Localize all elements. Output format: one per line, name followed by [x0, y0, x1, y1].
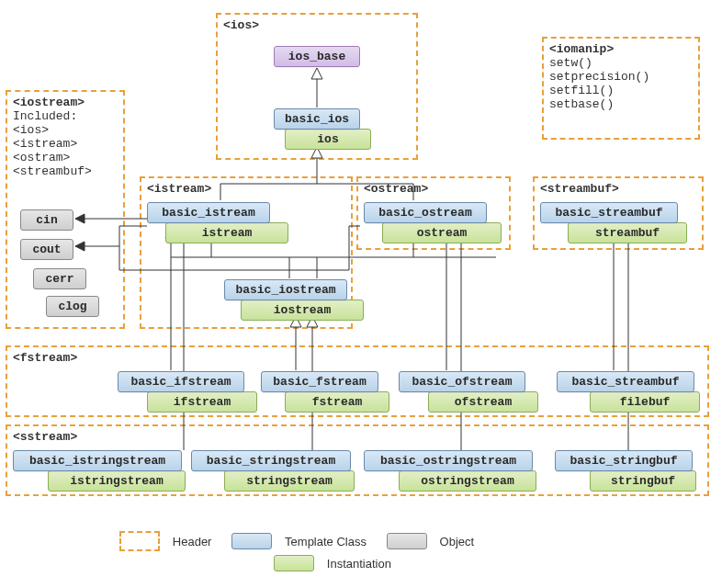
inst-ios: ios — [285, 129, 371, 150]
class-basic-istringstream: basic_istringstream — [13, 450, 182, 471]
legend-object-label: Object — [440, 535, 475, 548]
class-basic-iostream: basic_iostream — [224, 279, 347, 300]
class-basic-filebuf: basic_streambuf — [557, 371, 694, 392]
legend: Header Template Class Object — [119, 531, 487, 551]
class-basic-streambuf: basic_streambuf — [540, 202, 678, 223]
header-iostream-label: <iostream> — [13, 96, 118, 109]
legend-header-swatch — [119, 531, 160, 551]
inst-iostream: iostream — [241, 300, 364, 321]
object-clog: clog — [46, 296, 99, 317]
inst-istringstream: istringstream — [48, 470, 186, 492]
class-basic-ostream: basic_ostream — [364, 202, 487, 223]
header-iomanip-label: <iomanip> — [549, 42, 693, 56]
inst-stringbuf: stringbuf — [590, 470, 696, 492]
class-basic-ofstream: basic_ofstream — [399, 371, 525, 392]
io-stream-hierarchy-diagram: { "headers": { "ios": "<ios>", "iomanip"… — [0, 0, 722, 588]
inst-istream: istream — [165, 222, 288, 243]
class-basic-fstream: basic_fstream — [261, 371, 378, 392]
object-cout: cout — [20, 239, 73, 260]
class-basic-ostringstream: basic_ostringstream — [364, 450, 533, 471]
iostream-included: Included: — [13, 109, 118, 123]
legend-row2: Instantiation — [274, 555, 404, 571]
iostream-inc-istream: <istream> — [13, 137, 118, 151]
legend-object-swatch — [387, 533, 427, 549]
inst-streambuf: streambuf — [568, 222, 687, 243]
iostream-inc-streambuf: <streambuf> — [13, 164, 118, 178]
class-basic-ifstream: basic_ifstream — [118, 371, 244, 392]
class-basic-stringstream: basic_stringstream — [191, 450, 351, 471]
object-cin: cin — [20, 209, 73, 231]
header-streambuf-label: <streambuf> — [540, 182, 696, 196]
header-sstream-label: <sstream> — [13, 430, 702, 444]
iomanip-fn-setfill: setfill() — [549, 84, 693, 97]
inst-stringstream: stringstream — [224, 470, 355, 492]
object-cerr: cerr — [33, 268, 86, 289]
class-basic-istream: basic_istream — [147, 202, 270, 223]
legend-instantiation-swatch — [274, 555, 314, 571]
inst-ofstream: ofstream — [428, 391, 538, 413]
header-iomanip: <iomanip> setw() setprecision() setfill(… — [542, 37, 700, 140]
inst-ostringstream: ostringstream — [399, 470, 536, 492]
inst-filebuf: filebuf — [590, 391, 700, 413]
legend-template-label: Template Class — [285, 535, 367, 548]
inst-fstream: fstream — [285, 391, 389, 413]
header-ios-label: <ios> — [223, 18, 411, 32]
inst-ifstream: ifstream — [147, 391, 257, 413]
header-istream-label: <istream> — [147, 182, 345, 196]
class-ios-base: ios_base — [274, 46, 360, 67]
iomanip-fn-setprecision: setprecision() — [549, 70, 693, 84]
class-basic-stringbuf: basic_stringbuf — [555, 450, 693, 471]
inst-ostream: ostream — [382, 222, 502, 243]
iomanip-fn-setw: setw() — [549, 56, 693, 70]
header-ostream-label: <ostream> — [364, 182, 503, 196]
iostream-inc-ostream: <ostram> — [13, 151, 118, 164]
legend-template-swatch — [231, 533, 272, 549]
class-basic-ios: basic_ios — [274, 108, 360, 130]
iomanip-fn-setbase: setbase() — [549, 97, 693, 111]
header-fstream-label: <fstream> — [13, 351, 702, 365]
iostream-inc-ios: <ios> — [13, 123, 118, 137]
legend-instantiation-label: Instantiation — [327, 557, 391, 571]
legend-header-label: Header — [173, 535, 212, 548]
